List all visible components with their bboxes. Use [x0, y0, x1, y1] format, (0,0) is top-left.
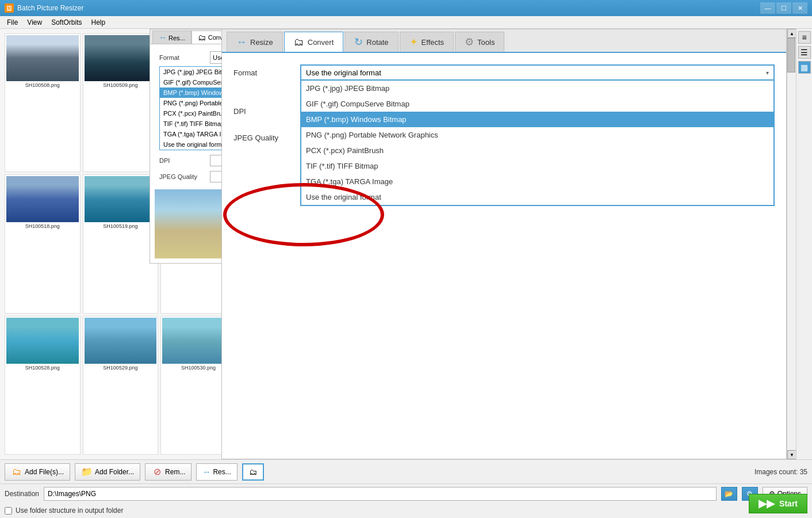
jpeg-label: JPEG Quality — [233, 134, 291, 142]
close-btn[interactable]: ✕ — [792, 2, 807, 14]
image-thumb[interactable]: SH100528.png — [5, 316, 81, 455]
bottom-tab-convert[interactable]: 🗂 — [242, 463, 264, 481]
maximize-btn[interactable]: ☐ — [776, 2, 791, 14]
thumb-label: SH100528.png — [6, 365, 79, 371]
small-jpeg-label: JPEG Quality — [159, 173, 205, 180]
dpi-label: DPI — [233, 107, 291, 116]
thumb-label: SH100519.png — [85, 223, 157, 229]
thumb-label: SH100529.png — [85, 365, 157, 371]
option-tga[interactable]: TGA (*.tga) TARGA Image — [301, 174, 773, 189]
small-dpi-label: DPI — [159, 157, 205, 164]
image-thumb[interactable]: SH100519.png — [83, 174, 159, 313]
toolbar-list-btn[interactable]: ☰ — [798, 46, 811, 59]
bottom-toolbar: 🗂 Add File(s)... 📁 Add Folder... ⊘ Rem..… — [0, 459, 812, 483]
titlebar: 🖼 Batch Picture Resizer — ☐ ✕ — [0, 0, 812, 16]
image-thumb[interactable]: SH100518.png — [5, 174, 81, 313]
tab-resize[interactable]: ↔ Resize — [227, 32, 283, 52]
panel-content: Format Use the original format ▾ JPG (*.… — [222, 53, 786, 459]
convert-icon: 🗂 — [294, 36, 304, 48]
effects-icon: ✦ — [409, 36, 418, 48]
menu-view[interactable]: View — [22, 17, 47, 28]
tab-convert[interactable]: 🗂 Convert — [284, 32, 344, 52]
option-tif[interactable]: TIF (*.tif) TIFF Bitmap — [301, 158, 773, 174]
option-png[interactable]: PNG (*.png) Portable Network Graphics — [301, 127, 773, 143]
main-panel: ↔ Resize 🗂 Convert ↻ Rotate ✦ Effects ⚙ — [221, 29, 787, 459]
add-folder-btn[interactable]: 📁 Add Folder... — [75, 463, 140, 481]
option-original2[interactable]: Use the original format — [301, 189, 773, 205]
menu-help[interactable]: Help — [87, 17, 110, 28]
menu-file[interactable]: File — [2, 17, 22, 28]
folder-structure-label[interactable]: Use folder structure in output folder — [16, 506, 123, 515]
scroll-track — [787, 38, 796, 450]
small-tab-resize[interactable]: ↔ Res... — [152, 31, 191, 44]
images-count: Images count: 35 — [754, 468, 807, 476]
thumb-label: SH100518.png — [6, 223, 79, 229]
option-bmp[interactable]: BMP (*.bmp) Windows Bitmap — [301, 112, 773, 127]
format-dropdown-wrapper: Use the original format ▾ JPG (*.jpg) JP… — [300, 64, 775, 81]
tools-icon: ⚙ — [465, 36, 474, 48]
bottom-tab-resize[interactable]: ↔ Res... — [196, 463, 237, 481]
option-gif[interactable]: GIF (*.gif) CompuServe Bitmap — [301, 96, 773, 112]
rotate-icon: ↻ — [354, 36, 363, 48]
tab-effects[interactable]: ✦ Effects — [400, 32, 454, 52]
remove-icon: ⊘ — [151, 467, 163, 477]
format-dropdown-value: Use the original format — [306, 68, 381, 77]
browse-btn[interactable]: 📂 — [721, 487, 737, 501]
format-row: Format Use the original format ▾ JPG (*.… — [233, 64, 775, 81]
image-thumb[interactable]: SH100529.png — [83, 316, 159, 455]
destination-bar: Destination 📂 ⚙ ⚙ Options — [0, 483, 812, 503]
destination-input[interactable] — [44, 487, 717, 501]
scrollbar[interactable]: ▲ ▼ — [787, 29, 796, 459]
thumb-label: SH100508.png — [6, 82, 79, 88]
remove-btn[interactable]: ⊘ Rem... — [145, 463, 191, 481]
format-dropdown-trigger[interactable]: Use the original format ▾ — [300, 64, 775, 81]
scroll-down-btn[interactable]: ▼ — [787, 450, 796, 459]
format-dropdown-list: JPG (*.jpg) JPEG Bitmap GIF (*.gif) Comp… — [300, 81, 775, 206]
tab-tools[interactable]: ⚙ Tools — [455, 32, 504, 52]
option-pcx[interactable]: PCX (*.pcx) PaintBrush — [301, 143, 773, 158]
add-folder-icon: 📁 — [81, 467, 93, 477]
toolbar-details-btn[interactable]: ≡ — [798, 31, 811, 44]
destination-label: Destination — [5, 490, 39, 498]
resize-icon: ↔ — [236, 36, 247, 48]
add-files-btn[interactable]: 🗂 Add File(s)... — [5, 463, 70, 481]
start-arrow-icon: ▶▶ — [759, 497, 775, 510]
format-label: Format — [233, 68, 291, 77]
thumb-label: SH100509.png — [85, 82, 157, 88]
menu-softorbits[interactable]: SoftOrbits — [47, 17, 86, 28]
small-format-label: Format — [159, 54, 205, 61]
image-thumb[interactable]: SH100509.png — [83, 33, 159, 172]
menubar: File View SoftOrbits Help — [0, 16, 812, 29]
image-thumb[interactable]: SH100508.png — [5, 33, 81, 172]
minimize-btn[interactable]: — — [760, 2, 775, 14]
add-files-icon: 🗂 — [11, 467, 22, 477]
tab-rotate[interactable]: ↻ Rotate — [344, 32, 398, 52]
dropdown-arrow-icon: ▾ — [766, 70, 769, 76]
tab-bar: ↔ Resize 🗂 Convert ↻ Rotate ✦ Effects ⚙ — [222, 29, 786, 53]
folder-structure-checkbox[interactable] — [5, 507, 12, 515]
toolbar-grid-btn[interactable]: ▦ — [798, 61, 811, 74]
start-btn[interactable]: ▶▶ Start — [749, 494, 807, 513]
app-title: Batch Picture Resizer — [17, 4, 760, 12]
app-icon: 🖼 — [5, 3, 14, 13]
scroll-thumb[interactable] — [787, 38, 795, 73]
scroll-up-btn[interactable]: ▲ — [787, 29, 796, 38]
option-jpg[interactable]: JPG (*.jpg) JPEG Bitmap — [301, 81, 773, 96]
right-toolbar: ≡ ☰ ▦ — [796, 29, 812, 459]
checkbox-row: Use folder structure in output folder — [0, 503, 812, 518]
